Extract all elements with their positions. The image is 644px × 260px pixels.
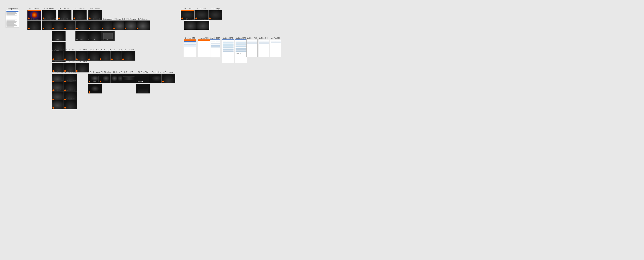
node-2.1.1-tions[interactable]: 2.1.1...tions (222, 37, 234, 63)
node-2.1.4-done[interactable]: 2.1.4....done (75, 60, 89, 72)
node-2.3.1-ment[interactable]: 2.3.1...ment (75, 18, 89, 30)
report-1.1[interactable] (184, 39, 196, 57)
node-2.7-done[interactable]: 2.7...t done (136, 18, 150, 30)
report-2.4-ions[interactable] (270, 39, 281, 57)
design-notes-thumb[interactable] (6, 10, 20, 28)
node-2.3.1-b[interactable]: 3.2....done (75, 31, 89, 41)
node-2.4.1-group: 2.4.1...ment 4.2....done (88, 18, 102, 41)
label-0.0-screen: 0.0...screen (29, 8, 39, 10)
label-1.1-calc: 1.1 Ci...calc (29, 18, 39, 20)
node-3.1-view-b[interactable] (88, 84, 102, 94)
node-1.1-calc[interactable]: 1.1 Ci...calc (27, 18, 41, 30)
design-notes-label: Design notes (7, 8, 18, 10)
report-1.2.2[interactable] (210, 39, 220, 58)
node-2.1.1-b[interactable]: 1.2....ram (52, 31, 66, 41)
node-2.2.1-tions[interactable]: 2.2.1...tions 2.2.2...thers (235, 37, 247, 63)
report-2.4-ings[interactable] (258, 39, 269, 57)
node-2.1.1-ED[interactable]: 2.1.1...e_ED (52, 18, 66, 30)
label-0.4-tations: 0.4...tations (90, 8, 100, 10)
label-0.1-mode: 0.1 l...mode (44, 8, 54, 10)
node-2.5-b[interactable]: 2.5.1...pup (101, 31, 115, 41)
node-1.1-info[interactable]: 1.1 R...t info (184, 37, 196, 57)
report-1.2.1[interactable] (198, 39, 210, 57)
label-0.3-on: 0.3...tion on (75, 8, 84, 10)
node-2.4-ings[interactable]: 2.4 A...ings (258, 37, 269, 57)
node-1.2.1-empty[interactable]: 1.2.1...mpty (198, 37, 210, 57)
report-2.1.1[interactable] (222, 39, 234, 63)
node-1.2.2-eport[interactable]: 1.2.2...eport (210, 37, 220, 58)
node-2.4.1-b[interactable]: 4.2....done (88, 31, 102, 41)
report-2.3[interactable] (246, 39, 258, 57)
node-3.3.2-PW[interactable]: 3.3.2...n PW 3.3.2.(DA) (136, 71, 150, 94)
node-2.4.1-ment[interactable]: 2.4.1...ment (88, 18, 102, 30)
label-0.2-tab: 0.2...ate tab (60, 8, 70, 10)
node-2.1.3-done2[interactable]: 2.1.3....done (122, 49, 136, 61)
node-3.3.2-PW-b[interactable] (136, 84, 150, 94)
node-2.4-ions[interactable]: 2.4 A...ions (270, 37, 281, 57)
node-2.3.1-group: 2.3.1...ment 3.2....done (75, 18, 89, 41)
node-7.2-clips[interactable]: 7.2 E...clips (208, 8, 222, 20)
main-canvas: { "title": "Design Flow Canvas", "groups… (0, 0, 644, 260)
design-notes-group: Design notes (6, 8, 20, 28)
node-3.3.1-PW[interactable]: 3.3.1....PW (122, 71, 136, 83)
report-2.2.1[interactable]: 2.2.2...thers (235, 39, 247, 63)
node-2.1.3-done[interactable]: 2.1.3....done (75, 49, 89, 61)
node-2.3-iews[interactable]: 2.3 A...iews (246, 37, 258, 57)
node-3.5-done[interactable]: 3.5...._done (162, 71, 175, 83)
node-8.1-slide[interactable]: 8.1 C...slide (184, 18, 198, 30)
node-8.2-slide[interactable]: 8.2...d slide (196, 18, 210, 30)
node-6.2-done[interactable]: 6.2...done (64, 97, 78, 109)
